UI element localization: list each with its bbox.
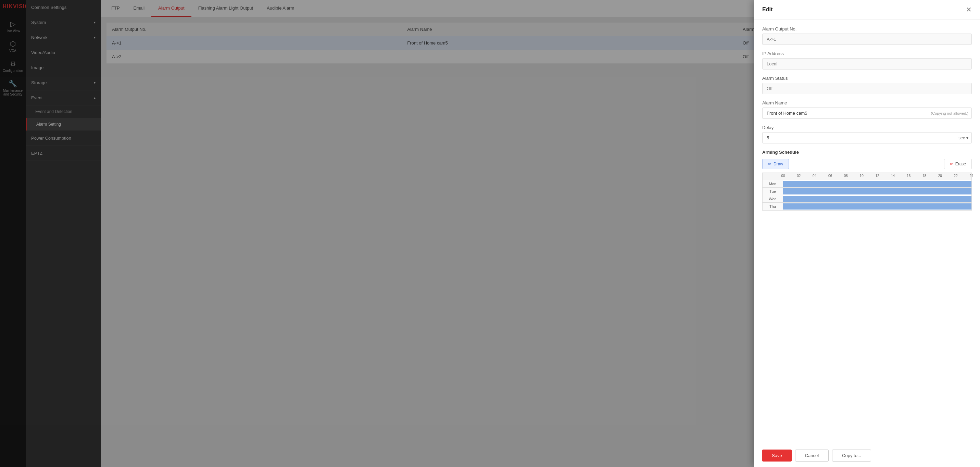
time-label-10: 10	[860, 174, 864, 178]
field-alarm-status: Alarm Status	[762, 76, 972, 94]
schedule-bars-tue[interactable]	[783, 187, 971, 195]
day-label-tue: Tue	[762, 187, 783, 195]
input-delay[interactable]	[762, 132, 972, 143]
day-label-wed: Wed	[762, 195, 783, 202]
modal-title: Edit	[762, 6, 773, 13]
time-label-16: 16	[907, 174, 910, 178]
copy-to-button[interactable]: Copy to...	[832, 450, 871, 462]
label-delay: Delay	[762, 125, 972, 130]
arming-schedule-title: Arming Schedule	[762, 149, 972, 155]
modal-header: Edit ✕	[754, 0, 980, 19]
day-label-mon: Mon	[762, 180, 783, 187]
schedule-controls: ✏ Draw ✏ Erase	[762, 159, 972, 169]
bar-mon	[783, 181, 971, 187]
cancel-button[interactable]: Cancel	[795, 450, 829, 462]
field-alarm-name: Alarm Name (Copying not allowed.)	[762, 100, 972, 119]
alarm-name-hint: (Copying not allowed.)	[931, 111, 968, 115]
modal-body: Alarm Output No. IP Address Alarm Status…	[754, 19, 980, 444]
close-button[interactable]: ✕	[966, 6, 972, 13]
save-button[interactable]: Save	[762, 450, 792, 462]
bar-tue	[783, 188, 971, 194]
field-ip-address: IP Address	[762, 51, 972, 70]
schedule-grid: 00 02 04 06 08 10 12 14 16 18 20 22	[762, 173, 972, 211]
bar-thu	[783, 203, 971, 210]
delay-wrapper: sec ▾	[762, 132, 972, 143]
edit-modal: Edit ✕ Alarm Output No. IP Address Alarm…	[754, 0, 980, 467]
schedule-header: 00 02 04 06 08 10 12 14 16 18 20 22	[762, 173, 971, 180]
label-ip-address: IP Address	[762, 51, 972, 56]
time-label-14: 14	[891, 174, 895, 178]
day-label-thu: Thu	[762, 203, 783, 210]
chevron-down-icon: ▾	[966, 136, 968, 140]
schedule-corner	[762, 173, 783, 180]
time-label-24: 24	[969, 174, 973, 178]
time-label-20: 20	[938, 174, 942, 178]
pencil-icon: ✏	[768, 162, 772, 167]
input-alarm-status[interactable]	[762, 83, 972, 94]
time-label-18: 18	[923, 174, 926, 178]
schedule-bars-mon[interactable]	[783, 180, 971, 187]
schedule-row-mon[interactable]: Mon	[762, 180, 971, 187]
schedule-row-thu[interactable]: Thu	[762, 203, 971, 210]
schedule-row-wed[interactable]: Wed	[762, 195, 971, 203]
time-label-12: 12	[875, 174, 879, 178]
field-delay: Delay sec ▾	[762, 125, 972, 143]
modal-overlay: Edit ✕ Alarm Output No. IP Address Alarm…	[0, 0, 980, 467]
label-alarm-output-no: Alarm Output No.	[762, 26, 972, 32]
erase-button[interactable]: ✏ Erase	[944, 159, 972, 169]
arming-schedule-section: Arming Schedule ✏ Draw ✏ Erase	[762, 149, 972, 211]
alarm-name-container: (Copying not allowed.)	[762, 108, 972, 119]
eraser-icon: ✏	[950, 162, 953, 167]
input-ip-address[interactable]	[762, 58, 972, 70]
schedule-row-tue[interactable]: Tue	[762, 187, 971, 195]
time-label-04: 04	[813, 174, 816, 178]
time-label-06: 06	[828, 174, 832, 178]
schedule-bars-thu[interactable]	[783, 203, 971, 210]
time-label-08: 08	[844, 174, 848, 178]
time-label-00: 00	[781, 174, 785, 178]
draw-button[interactable]: ✏ Draw	[762, 159, 789, 169]
label-alarm-name: Alarm Name	[762, 100, 972, 105]
modal-footer: Save Cancel Copy to...	[754, 444, 980, 467]
input-alarm-output-no[interactable]	[762, 33, 972, 45]
field-alarm-output-no: Alarm Output No.	[762, 26, 972, 45]
time-label-22: 22	[954, 174, 958, 178]
time-label-02: 02	[797, 174, 800, 178]
bar-wed	[783, 196, 971, 202]
label-alarm-status: Alarm Status	[762, 76, 972, 81]
schedule-bars-wed[interactable]	[783, 195, 971, 202]
delay-unit: sec ▾	[958, 136, 968, 140]
time-header: 00 02 04 06 08 10 12 14 16 18 20 22	[783, 173, 971, 180]
